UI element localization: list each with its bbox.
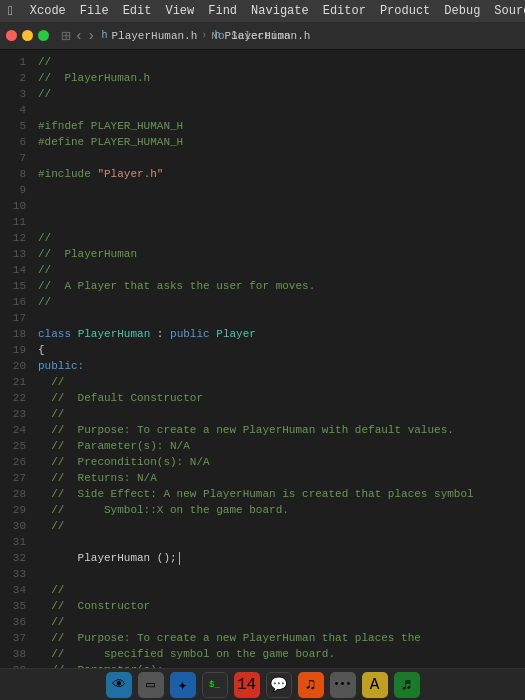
dock: 👁 ▭ ✦ $_ 14 💬 ♫ ••• A ♬ <box>0 668 525 700</box>
menu-xcode[interactable]: Xcode <box>30 4 66 18</box>
dock-calendar[interactable]: 14 <box>234 672 260 698</box>
editor-area[interactable]: 12345 678910 1112131415 1617181920 21222… <box>0 50 525 668</box>
line-numbers: 12345 678910 1112131415 1617181920 21222… <box>0 50 30 668</box>
file-name[interactable]: PlayerHuman.h <box>111 30 197 42</box>
apple-menu[interactable]:  <box>8 4 16 19</box>
back-button[interactable]: ‹ <box>75 28 83 44</box>
dock-xcode[interactable]: ✦ <box>170 672 196 698</box>
traffic-lights <box>6 30 49 41</box>
code-editor[interactable]: // // PlayerHuman.h // #ifndef PLAYER_HU… <box>30 50 525 668</box>
menu-product[interactable]: Product <box>380 4 430 18</box>
menu-navigate[interactable]: Navigate <box>251 4 309 18</box>
menu-editor[interactable]: Editor <box>323 4 366 18</box>
dock-dots[interactable]: ••• <box>330 672 356 698</box>
menu-source[interactable]: Sourc <box>494 4 525 18</box>
dock-appstore[interactable]: A <box>362 672 388 698</box>
dock-finder[interactable]: 👁 <box>106 672 132 698</box>
minimize-button[interactable] <box>22 30 33 41</box>
menu-view[interactable]: View <box>165 4 194 18</box>
window-title: h PlayerHuman.h <box>215 30 311 42</box>
menu-edit[interactable]: Edit <box>123 4 152 18</box>
grid-icon[interactable]: ⊞ <box>61 26 71 46</box>
forward-button[interactable]: › <box>87 28 95 44</box>
title-file-icon: h <box>215 30 221 41</box>
menubar:  Xcode File Edit View Find Navigate Edi… <box>0 0 525 22</box>
menu-debug[interactable]: Debug <box>444 4 480 18</box>
toolbar: ⊞ ‹ › h PlayerHuman.h › No Selection h P… <box>0 22 525 50</box>
dock-terminal[interactable]: $_ <box>202 672 228 698</box>
dock-launchpad[interactable]: ▭ <box>138 672 164 698</box>
dock-itunes[interactable]: ♬ <box>394 672 420 698</box>
dock-music[interactable]: ♫ <box>298 672 324 698</box>
close-button[interactable] <box>6 30 17 41</box>
menu-file[interactable]: File <box>80 4 109 18</box>
breadcrumb-sep: › <box>201 30 207 41</box>
dock-messages[interactable]: 💬 <box>266 672 292 698</box>
maximize-button[interactable] <box>38 30 49 41</box>
file-type-icon: h <box>101 30 107 41</box>
menu-find[interactable]: Find <box>208 4 237 18</box>
